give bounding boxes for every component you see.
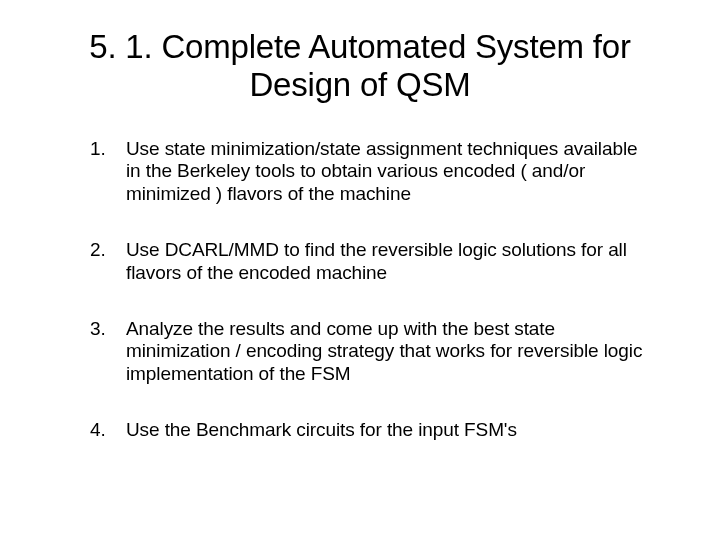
slide-title: 5. 1. Complete Automated System for Desi… [72,28,648,104]
list-item: Use state minimization/state assignment … [72,138,648,205]
slide: 5. 1. Complete Automated System for Desi… [0,0,720,540]
ordered-list: Use state minimization/state assignment … [72,138,648,442]
list-item: Analyze the results and come up with the… [72,318,648,385]
list-item: Use the Benchmark circuits for the input… [72,419,648,441]
list-item: Use DCARL/MMD to find the reversible log… [72,239,648,284]
